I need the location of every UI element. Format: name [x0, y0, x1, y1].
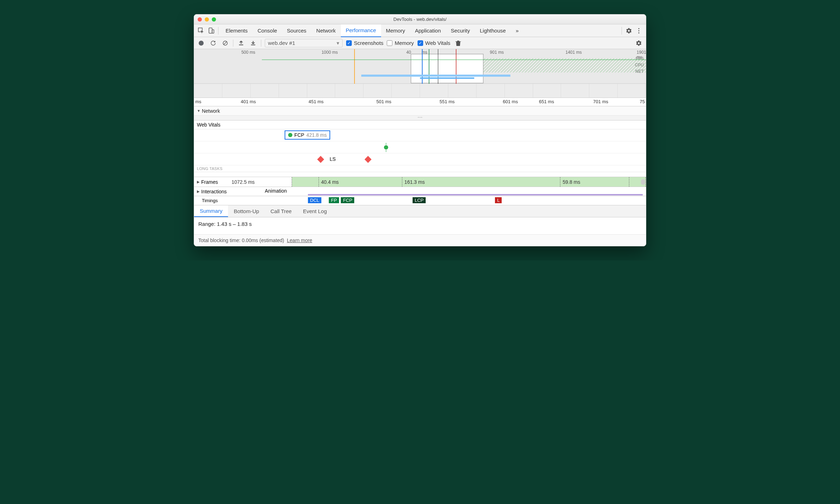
details-tab-call-tree[interactable]: Call Tree: [265, 205, 297, 217]
webvitals-lane-2[interactable]: [194, 141, 646, 153]
section-resizer[interactable]: ⋯: [194, 116, 646, 121]
ruler-tick: 451 ms: [309, 99, 324, 104]
svg-point-3: [638, 28, 639, 29]
tbt-text: Total blocking time: 0.00ms (estimated): [198, 238, 284, 243]
tab-console[interactable]: Console: [253, 24, 282, 37]
learn-more-link[interactable]: Learn more: [287, 238, 313, 243]
ls-label: LS: [329, 156, 336, 162]
animation-label: Animation: [265, 188, 287, 194]
ruler-tick: 701 ms: [593, 99, 608, 104]
svg-rect-9: [251, 45, 255, 45]
summary-range: Range: 1.43 s – 1.83 s: [198, 221, 642, 227]
titlebar: DevTools - web.dev/vitals/: [194, 14, 646, 24]
interactions-row[interactable]: ▶Interactions Animation: [194, 187, 646, 196]
long-tasks-label: LONG TASKS: [194, 165, 646, 172]
good-marker-icon[interactable]: [384, 145, 388, 150]
animation-bar[interactable]: [308, 194, 643, 195]
perf-toolbar: web.dev #1 ▾ ✓ Screenshots Memory ✓ Web …: [194, 37, 646, 49]
frame-segment[interactable]: [292, 177, 319, 187]
webvitals-fcp-lane[interactable]: FCP 421.8 ms: [194, 129, 646, 141]
settings-icon[interactable]: [624, 26, 634, 36]
checkbox-checked-icon: ✓: [418, 40, 423, 46]
reload-button[interactable]: [209, 39, 217, 47]
kebab-menu-icon[interactable]: [634, 26, 644, 36]
screenshots-checkbox[interactable]: ✓ Screenshots: [346, 40, 383, 46]
panel-tabs: ElementsConsoleSourcesNetworkPerformance…: [194, 24, 646, 37]
checkbox-unchecked-icon: [387, 40, 392, 46]
chevron-down-icon: ▾: [337, 40, 339, 46]
ruler-tick: 75: [640, 99, 645, 104]
timing-mark-dcl[interactable]: DCL: [308, 197, 321, 203]
ruler-tick: 651 ms: [539, 99, 554, 104]
frame-segment[interactable]: 40.4 ms: [319, 177, 402, 187]
checkbox-checked-icon: ✓: [346, 40, 352, 46]
details-tab-bottom-up[interactable]: Bottom-Up: [228, 205, 265, 217]
recording-select[interactable]: web.dev #1 ▾: [265, 39, 343, 47]
timing-mark-fcp[interactable]: FCP: [341, 197, 354, 203]
capture-settings-icon[interactable]: [635, 39, 643, 47]
load-profile-icon[interactable]: [237, 39, 245, 47]
tab-performance[interactable]: Performance: [341, 24, 381, 37]
webvitals-ls-lane[interactable]: LS: [194, 153, 646, 165]
fcp-badge[interactable]: FCP 421.8 ms: [285, 130, 331, 140]
details-tab-summary[interactable]: Summary: [194, 205, 228, 217]
details-tab-event-log[interactable]: Event Log: [297, 205, 333, 217]
fcp-time: 421.8 ms: [307, 132, 327, 138]
webvitals-section-title: Web Vitals: [194, 121, 646, 129]
long-tasks-lane[interactable]: [194, 172, 646, 177]
tab-network[interactable]: Network: [311, 24, 341, 37]
tab-application[interactable]: Application: [410, 24, 446, 37]
timing-mark-fp[interactable]: FP: [329, 197, 339, 203]
save-profile-icon[interactable]: [249, 39, 257, 47]
ruler-tick: 401 ms: [241, 99, 256, 104]
overview-graphic: [194, 49, 646, 84]
timing-mark-lcp[interactable]: LCP: [413, 197, 426, 203]
filmstrip[interactable]: [194, 84, 646, 98]
timings-row[interactable]: Timings DCLFPFCPLCPL: [194, 196, 646, 205]
frame-segment[interactable]: 59.8 ms: [560, 177, 629, 187]
svg-point-5: [638, 32, 639, 33]
layout-shift-marker-icon[interactable]: [364, 156, 372, 163]
scrollbar-thumb[interactable]: [641, 179, 645, 185]
svg-rect-2: [212, 30, 214, 33]
webvitals-checkbox[interactable]: ✓ Web Vitals: [418, 40, 450, 46]
tab-memory[interactable]: Memory: [381, 24, 410, 37]
svg-rect-18: [420, 77, 474, 79]
devtools-window: DevTools - web.dev/vitals/ ElementsConso…: [194, 14, 646, 246]
device-toggle-icon[interactable]: [206, 26, 216, 36]
tabs-overflow[interactable]: »: [511, 24, 524, 37]
recording-select-label: web.dev #1: [268, 40, 295, 46]
disclosure-triangle-icon: ▼: [197, 109, 200, 113]
window-title: DevTools - web.dev/vitals/: [194, 17, 646, 22]
ruler-tick: 1 ms: [194, 99, 201, 104]
inspect-icon[interactable]: [196, 26, 206, 36]
svg-rect-8: [239, 45, 243, 45]
overview-minimap[interactable]: 500 ms1000 ms40ms901 ms1401 ms1901 ms FP…: [194, 49, 646, 84]
record-button[interactable]: [197, 39, 205, 47]
ruler-tick: 501 ms: [376, 99, 391, 104]
svg-rect-1: [209, 28, 212, 33]
fcp-name: FCP: [294, 132, 304, 138]
disclosure-triangle-icon: ▶: [197, 189, 200, 193]
memory-checkbox[interactable]: Memory: [387, 40, 414, 46]
tab-elements[interactable]: Elements: [221, 24, 253, 37]
svg-rect-17: [361, 75, 511, 77]
disclosure-triangle-icon: ▶: [197, 180, 200, 184]
clear-button[interactable]: [221, 39, 229, 47]
layout-shift-marker-icon[interactable]: [317, 156, 324, 163]
tab-lighthouse[interactable]: Lighthouse: [475, 24, 511, 37]
time-ruler[interactable]: 1 ms401 ms451 ms501 ms551 ms601 ms651 ms…: [194, 98, 646, 106]
frames-row[interactable]: ▶Frames 1072.5 ms40.4 ms161.3 ms59.8 ms: [194, 177, 646, 187]
ruler-tick: 601 ms: [503, 99, 518, 104]
timing-mark-l[interactable]: L: [495, 197, 502, 203]
footer: Total blocking time: 0.00ms (estimated) …: [194, 234, 646, 246]
tab-sources[interactable]: Sources: [282, 24, 311, 37]
frame-segment[interactable]: 161.3 ms: [402, 177, 561, 187]
tab-security[interactable]: Security: [446, 24, 475, 37]
details-tabs: SummaryBottom-UpCall TreeEvent Log: [194, 205, 646, 217]
frame-segment[interactable]: 1072.5 ms: [229, 177, 292, 187]
svg-point-4: [638, 30, 639, 31]
summary-panel: Range: 1.43 s – 1.83 s: [194, 217, 646, 234]
ruler-tick: 551 ms: [439, 99, 455, 104]
trash-icon[interactable]: [454, 39, 462, 47]
